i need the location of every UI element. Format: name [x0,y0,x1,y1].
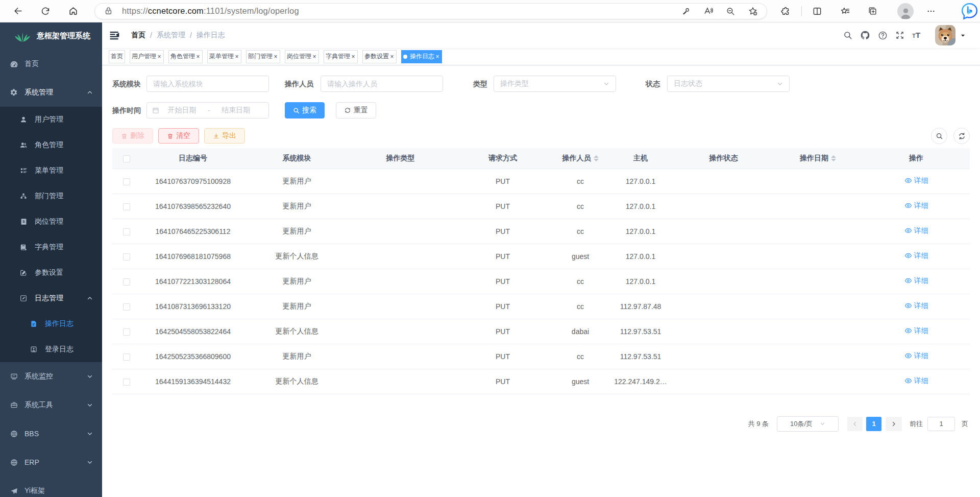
tab-dictionary-management[interactable]: 字典管理× [324,50,358,63]
row-checkbox[interactable] [123,303,130,311]
sort-caret-icon[interactable] [831,155,836,161]
browser-home-button[interactable] [64,3,82,20]
show-search-toggle-button[interactable] [931,128,947,144]
sidebar-item-home[interactable]: 首页 [0,50,102,78]
read-aloud-icon[interactable] [703,6,713,16]
collections-button[interactable] [864,3,881,20]
tab-close-icon[interactable]: × [351,53,356,61]
github-button[interactable] [856,22,874,48]
row-checkbox[interactable] [123,203,130,210]
goto-page-input[interactable] [927,417,955,431]
sidebar-item-log-management[interactable]: 日志管理 [0,286,102,311]
browser-refresh-button[interactable] [37,3,54,20]
font-size-button[interactable]: TT [909,22,926,48]
detail-link[interactable]: 详细 [904,376,928,386]
sidebar-item-department-management[interactable]: 部门管理 [0,183,102,209]
clear-button[interactable]: 清空 [158,128,199,144]
detail-link[interactable]: 详细 [904,301,928,311]
detail-link[interactable]: 详细 [904,326,928,336]
type-filter-select[interactable]: 操作类型 [494,76,616,92]
sidebar-item-menu-management[interactable]: 菜单管理 [0,158,102,183]
tab-home[interactable]: 首页 [109,50,125,63]
sidebar-item-user-management[interactable]: 用户管理 [0,107,102,132]
tab-close-icon[interactable]: × [195,53,201,61]
help-button[interactable] [874,22,891,48]
tab-close-icon[interactable]: × [234,53,239,61]
status-filter-select[interactable]: 日志状态 [667,76,790,92]
tab-user-management[interactable]: 用户管理× [130,50,164,63]
select-all-checkbox[interactable] [123,155,130,162]
split-screen-button[interactable] [808,3,826,20]
sidebar-item-parameter-settings[interactable]: 参数设置 [0,260,102,286]
tab-close-icon[interactable]: × [389,53,395,61]
app-logo[interactable]: 意框架管理系统 [0,22,102,50]
sidebar-item-erp[interactable]: ERP [0,448,102,477]
prev-page-button[interactable] [847,417,863,431]
sidebar-item-system-tools[interactable]: 系统工具 [0,391,102,419]
detail-link[interactable]: 详细 [904,226,928,235]
row-checkbox[interactable] [123,378,130,386]
header-search-button[interactable] [839,22,856,48]
column-header-date[interactable]: 操作日期 [773,148,863,169]
sidebar-item-yi-framework[interactable]: Yi框架 [0,477,102,497]
tab-role-management[interactable]: 角色管理× [168,50,203,63]
next-page-button[interactable] [886,417,902,431]
sidebar-item-login-log[interactable]: 登录日志 [0,337,102,362]
module-filter-input[interactable] [153,80,262,88]
tab-operation-log[interactable]: 操作日志× [401,50,442,63]
sidebar-item-operation-log[interactable]: 操作日志 [0,311,102,337]
org-chart-icon [20,193,27,200]
tab-department-management[interactable]: 部门管理× [246,50,280,63]
row-checkbox[interactable] [123,328,130,336]
refresh-table-button[interactable] [953,128,970,144]
sidebar-item-bbs[interactable]: BBS [0,419,102,448]
operator-filter-input[interactable] [327,80,436,88]
row-checkbox[interactable] [123,253,130,261]
row-checkbox[interactable] [123,178,130,185]
sidebar-item-system-monitor[interactable]: 系统监控 [0,362,102,391]
sort-caret-icon[interactable] [594,155,599,161]
address-bar[interactable]: https://ccnetcore.com:1101/system/log/op… [94,3,767,19]
sidebar-item-role-management[interactable]: 角色管理 [0,132,102,158]
tab-parameter-settings[interactable]: 参数设置× [362,50,397,63]
fullscreen-button[interactable] [891,22,909,48]
bing-chat-button[interactable] [961,3,978,20]
export-button[interactable]: 导出 [204,128,245,144]
detail-link[interactable]: 详细 [904,351,928,361]
zoom-out-icon[interactable] [726,7,735,16]
sidebar-item-system-management[interactable]: 系统管理 [0,78,102,107]
browser-profile-avatar[interactable] [897,3,914,19]
sidebar-item-post-management[interactable]: 岗位管理 [0,209,102,234]
user-avatar[interactable] [935,25,955,45]
date-range-picker[interactable]: 开始日期 - 结束日期 [146,102,269,119]
detail-link[interactable]: 详细 [904,176,928,185]
tab-menu-management[interactable]: 菜单管理× [207,50,241,63]
tab-close-icon[interactable]: × [435,53,440,61]
tab-post-management[interactable]: 岗位管理× [285,50,319,63]
avatar-caret-button[interactable] [960,33,966,38]
row-checkbox[interactable] [123,228,130,235]
tab-close-icon[interactable]: × [312,53,317,61]
tab-close-icon[interactable]: × [273,53,278,61]
reset-button[interactable]: 重置 [336,102,376,119]
search-button[interactable]: 搜索 [285,102,325,119]
browser-back-button[interactable] [9,3,27,20]
browser-menu-button[interactable] [922,3,940,20]
favorites-button[interactable] [837,3,854,20]
sidebar-item-dictionary-management[interactable]: 字典管理 [0,234,102,260]
breadcrumb-home[interactable]: 首页 [131,31,145,40]
extensions-button[interactable] [777,3,794,20]
password-key-icon[interactable] [681,7,691,16]
detail-link[interactable]: 详细 [904,251,928,261]
row-checkbox[interactable] [123,278,130,286]
row-checkbox[interactable] [123,353,130,361]
detail-link[interactable]: 详细 [904,276,928,286]
delete-button[interactable]: 删除 [112,128,153,144]
tab-close-icon[interactable]: × [157,53,162,61]
page-size-select[interactable]: 10条/页 [777,416,839,432]
column-header-operator[interactable]: 操作人员 [553,148,607,169]
sidebar-toggle-button[interactable] [102,22,127,48]
add-favorite-icon[interactable] [748,6,758,16]
page-number-1[interactable]: 1 [866,417,881,431]
detail-link[interactable]: 详细 [904,201,928,210]
